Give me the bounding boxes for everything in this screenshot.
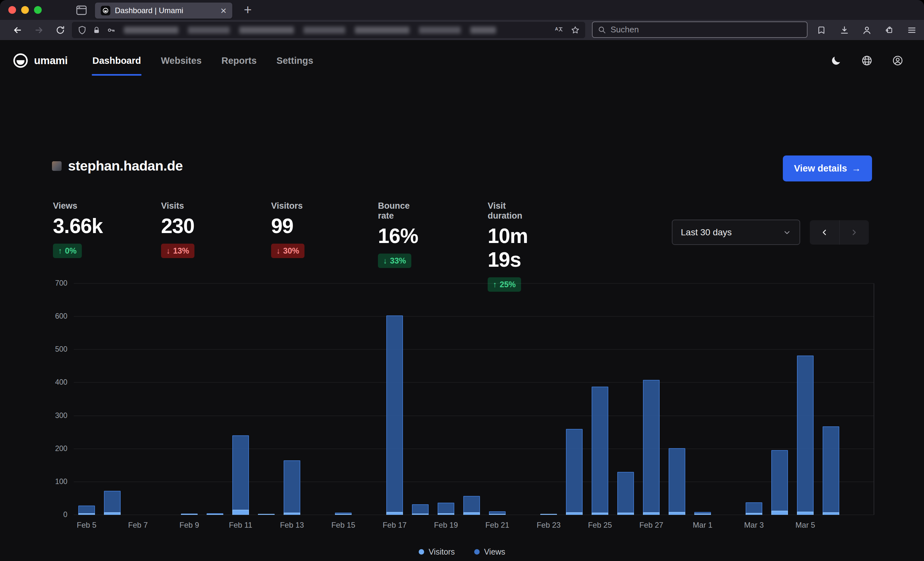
y-axis-tick: 200 — [32, 444, 68, 453]
visitors-bar-feb-26 — [617, 513, 634, 515]
key-icon[interactable] — [106, 25, 116, 34]
arrow-down-icon: ↓ — [383, 256, 387, 265]
gridline — [74, 349, 874, 350]
visitors-bar-feb-27 — [643, 512, 660, 515]
search-bar[interactable]: Suchen — [592, 21, 807, 38]
bookmark-star-icon[interactable] — [570, 25, 580, 35]
next-period-button[interactable] — [840, 220, 869, 245]
back-icon[interactable] — [11, 24, 24, 37]
metric-visits: Visits230↓13% — [161, 201, 194, 258]
visitors-bar-mar-4 — [771, 511, 788, 515]
nav-item-dashboard[interactable]: Dashboard — [92, 55, 141, 66]
metric-change-badge: ↓13% — [161, 244, 194, 258]
prev-period-button[interactable] — [810, 220, 840, 245]
legend-dot-icon — [418, 549, 424, 555]
visitors-bar-feb-17 — [386, 512, 403, 515]
x-axis-tick: Feb 27 — [629, 521, 674, 530]
shield-icon[interactable] — [78, 25, 87, 34]
theme-toggle-moon-icon[interactable] — [829, 54, 843, 67]
legend-dot-icon — [474, 549, 480, 555]
menu-icon[interactable] — [905, 24, 918, 37]
new-tab-button[interactable]: + — [244, 3, 252, 16]
lock-icon[interactable] — [92, 26, 101, 34]
minimize-window-button[interactable] — [21, 6, 29, 14]
metric-change-badge: ↓30% — [271, 244, 304, 258]
metric-label: Visit duration — [488, 201, 528, 221]
metric-views: Views3.66k↑0% — [53, 201, 103, 258]
visitors-bar-feb-18 — [412, 513, 429, 515]
browser-toolbar: A Suchen — [0, 20, 924, 40]
nav-item-settings[interactable]: Settings — [276, 55, 313, 66]
arrow-up-icon: ↑ — [58, 246, 62, 256]
y-axis-tick: 500 — [32, 345, 68, 354]
brand-name: umami — [34, 54, 68, 67]
brand[interactable]: umami — [13, 41, 68, 81]
y-axis-tick: 100 — [32, 477, 68, 486]
metric-value: 10m 19s — [488, 224, 528, 272]
visitors-bar-feb-6 — [104, 512, 121, 515]
views-bar-feb-6 — [104, 491, 121, 515]
y-axis-tick: 400 — [32, 378, 68, 387]
chart-plot — [74, 283, 874, 515]
translate-icon[interactable]: A — [554, 25, 563, 35]
y-axis-tick: 700 — [32, 279, 68, 287]
profile-icon[interactable] — [891, 54, 905, 67]
x-axis-tick: Feb 17 — [372, 521, 417, 530]
metric-label: Visitors — [271, 201, 304, 211]
metric-change-badge: ↑0% — [53, 244, 82, 258]
views-bar-feb-26 — [617, 472, 634, 515]
visitors-bar-feb-5 — [78, 513, 95, 515]
extensions-icon[interactable] — [883, 24, 896, 37]
visitors-bar-feb-11 — [232, 510, 249, 515]
chevron-down-icon — [783, 228, 791, 236]
tab-title: Dashboard | Umami — [115, 6, 216, 15]
views-bar-feb-28 — [669, 448, 685, 515]
legend-item-views[interactable]: Views — [474, 547, 506, 557]
chart-legend: VisitorsViews — [0, 547, 924, 557]
visitors-bar-feb-24 — [566, 512, 583, 515]
visitors-bar-mar-3 — [746, 513, 762, 515]
download-icon[interactable] — [838, 24, 851, 37]
reload-icon[interactable] — [54, 24, 67, 37]
close-window-button[interactable] — [8, 6, 16, 14]
umami-favicon-icon — [101, 6, 110, 15]
visitors-bar-feb-28 — [669, 512, 685, 515]
views-bar-feb-27 — [643, 380, 660, 515]
metric-bounce-rate: Bounce rate16%↓33% — [378, 201, 418, 268]
y-axis-tick: 0 — [32, 510, 68, 519]
tab-overview-icon[interactable] — [76, 5, 87, 15]
views-bar-feb-13 — [284, 460, 300, 515]
metric-value: 16% — [378, 224, 418, 248]
visitors-bar-feb-25 — [592, 513, 608, 515]
legend-item-visitors[interactable]: Visitors — [418, 547, 455, 557]
browser-tab[interactable]: Dashboard | Umami × — [95, 3, 232, 19]
zoom-window-button[interactable] — [34, 6, 42, 14]
view-details-button[interactable]: View details → — [783, 156, 872, 181]
gridline — [74, 482, 874, 482]
library-icon[interactable] — [816, 24, 828, 37]
language-globe-icon[interactable] — [860, 54, 874, 67]
visitors-bar-feb-13 — [284, 513, 300, 515]
browser-window: Dashboard | Umami × + — [0, 0, 924, 561]
url-bar[interactable]: A — [72, 22, 585, 38]
metric-value: 99 — [271, 214, 304, 238]
date-range-dropdown[interactable]: Last 30 days — [672, 220, 800, 245]
gridline — [74, 316, 874, 317]
forward-icon[interactable] — [33, 24, 45, 37]
nav-item-reports[interactable]: Reports — [221, 55, 256, 66]
metric-label: Views — [53, 201, 103, 211]
main-nav: DashboardWebsitesReportsSettings — [92, 41, 313, 81]
visitors-bar-feb-10 — [207, 514, 223, 515]
account-icon[interactable] — [861, 24, 873, 37]
traffic-lights — [8, 6, 42, 14]
tab-close-icon[interactable]: × — [220, 6, 226, 16]
metric-visitors: Visitors99↓30% — [271, 201, 304, 258]
search-placeholder: Suchen — [610, 25, 639, 34]
views-bar-mar-6 — [823, 426, 839, 515]
views-bar-mar-4 — [771, 450, 788, 515]
y-axis-tick: 300 — [32, 411, 68, 420]
views-bar-feb-11 — [232, 435, 249, 515]
nav-item-websites[interactable]: Websites — [161, 55, 201, 66]
y-axis-tick: 600 — [32, 312, 68, 320]
x-axis-tick: Mar 5 — [783, 521, 828, 530]
